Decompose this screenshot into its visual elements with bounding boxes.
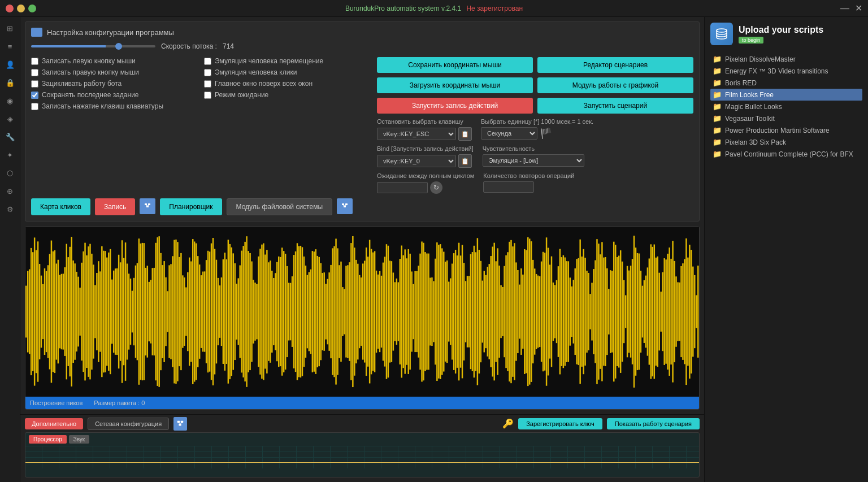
filesystem-button[interactable]: Модуль файловой системы <box>227 198 333 215</box>
cb-right-4[interactable]: Режим ожидание <box>204 91 366 99</box>
repeat-label: Количество повторов операций <box>483 172 574 179</box>
scenario-button[interactable]: Запустить сценарий <box>537 98 693 114</box>
editor-button[interactable]: Редактор сценариев <box>537 57 693 73</box>
folder-item-1[interactable]: 📁Energy FX ™ 3D Video transitions <box>710 65 862 77</box>
folder-item-8[interactable]: 📁Pavel Continuum Complete (PCC) for BFX <box>710 148 862 160</box>
network-config-button[interactable]: Сетевая конфигурация <box>88 418 169 430</box>
save-coords-button[interactable]: Сохранить координаты мыши <box>377 57 533 73</box>
network-icon-bottom <box>173 417 187 431</box>
btn-row-2: Загрузить координаты мыши Модуль работы … <box>377 77 693 93</box>
folder-icon-6: 📁 <box>713 126 722 134</box>
record-short-button[interactable]: Запись <box>95 198 135 215</box>
cb-right-1[interactable]: Эмуляция человека перемещение <box>204 57 366 65</box>
folder-item-4[interactable]: 📁Magic Bullet Looks <box>710 101 862 112</box>
folder-icon-2: 📁 <box>713 79 722 87</box>
minimize-dot[interactable] <box>17 5 25 12</box>
checkboxes-left: Записать левую кнопку мыши Записать прав… <box>31 57 193 194</box>
folder-item-7[interactable]: 📁Pixelan 3D Six Pack <box>710 136 862 148</box>
folder-item-0[interactable]: 📁Pixelan DissolveMaster <box>710 53 862 65</box>
record-button[interactable]: Запустить запись действий <box>377 98 533 114</box>
sidebar-icon-5[interactable]: ◉ <box>2 93 18 108</box>
cb-left-1[interactable]: Записать левую кнопку мыши <box>31 57 193 65</box>
monitor-panel: Процессор Звук <box>25 432 700 477</box>
sidebar-icon-4[interactable]: 🔒 <box>2 75 18 90</box>
load-coords-button[interactable]: Загрузить координаты мыши <box>377 77 533 93</box>
right-panel: Upload your scripts to begin 📁Pixelan Di… <box>704 17 868 482</box>
svg-line-9 <box>345 205 346 206</box>
sensitivity-group: Чувствительность Эмуляция - [Low] <box>483 145 584 168</box>
cb-left-2[interactable]: Записать правую кнопку мыши <box>31 68 193 76</box>
cb-right-3[interactable]: Главное окно поверх всех окон <box>204 80 366 88</box>
maximize-dot[interactable] <box>28 5 36 12</box>
extra-button[interactable]: Дополнительно <box>25 418 83 429</box>
repeat-input[interactable] <box>483 181 534 193</box>
sidebar-icon-8[interactable]: ✦ <box>2 147 18 163</box>
wait-refresh-btn[interactable]: ↻ <box>430 181 442 194</box>
network-icon-1 <box>140 198 155 214</box>
wait-group: Ожидание между полным циклом ↻ <box>377 172 474 194</box>
sidebar-icon-6[interactable]: ◈ <box>2 111 18 127</box>
folder-icon-7: 📁 <box>713 138 722 146</box>
waveform <box>25 227 699 397</box>
upload-title: Upload your scripts <box>739 24 862 35</box>
folder-item-3[interactable]: 📁Film Looks Free <box>710 89 862 101</box>
sidebar-icon-9[interactable]: ⬡ <box>2 165 18 181</box>
titlebar: BurundukPro automatic system v.2.4.1 Не … <box>0 0 868 17</box>
folder-icon-3: 📁 <box>713 90 722 99</box>
cb-left-2-input[interactable] <box>31 69 38 76</box>
cb-right-3-input[interactable] <box>204 80 211 88</box>
svg-rect-7 <box>344 206 346 207</box>
speed-slider[interactable] <box>31 45 155 47</box>
sidebar-icon-11[interactable]: ⚙ <box>2 201 18 217</box>
tab-cpu[interactable]: Процессор <box>29 435 67 444</box>
sidebar-icon-1[interactable]: ⊞ <box>2 20 18 36</box>
planner-button[interactable]: Планировщик <box>160 198 222 215</box>
svg-rect-2 <box>146 206 149 207</box>
folder-item-2[interactable]: 📁Boris RED <box>710 77 862 89</box>
sidebar-icon-2[interactable]: ≡ <box>2 38 18 54</box>
close-dot[interactable] <box>6 5 14 12</box>
cb-left-1-input[interactable] <box>31 58 38 65</box>
speed-label: Скорость потока : <box>161 42 217 50</box>
config-title: Настройка конфигурации программы <box>31 28 693 37</box>
cb-left-5-input[interactable] <box>31 103 38 110</box>
cb-left-3[interactable]: Зацикливать работу бота <box>31 80 193 88</box>
folder-item-5[interactable]: 📁Vegasaur Toolkit <box>710 112 862 124</box>
cb-right-1-input[interactable] <box>204 58 211 65</box>
svg-rect-6 <box>345 203 348 205</box>
cb-left-4-input[interactable] <box>31 92 38 99</box>
svg-point-15 <box>717 29 727 32</box>
minimize-button[interactable]: — <box>840 3 849 14</box>
folder-icon-8: 📁 <box>713 150 722 158</box>
register-button[interactable]: Зарегистрировать ключ <box>518 418 602 429</box>
bind-key-copy-btn[interactable]: 📋 <box>458 154 472 168</box>
btn-row-3: Запустить запись действий Запустить сцен… <box>377 98 693 114</box>
right-controls: Сохранить координаты мыши Редактор сцена… <box>377 57 693 194</box>
cb-right-4-input[interactable] <box>204 92 211 99</box>
sensitivity-select[interactable]: Эмуляция - [Low] <box>483 154 584 167</box>
sidebar-icon-7[interactable]: 🔧 <box>2 129 18 145</box>
svg-line-3 <box>146 205 147 206</box>
show-scenario-button[interactable]: Показать работу сценария <box>607 418 700 429</box>
cb-right-2[interactable]: Эмуляция человека клики <box>204 68 366 76</box>
sidebar-icon-10[interactable]: ⊕ <box>2 183 18 199</box>
stop-key-group: Остановить выбрать клавишу vKey::KEY_ESC… <box>377 118 472 141</box>
sidebar-icon-3[interactable]: 👤 <box>2 57 18 72</box>
folder-item-6[interactable]: 📁Power Production Martini Software <box>710 124 862 136</box>
unit-select[interactable]: Секунда <box>481 127 537 140</box>
wait-input[interactable] <box>377 182 428 193</box>
map-button[interactable]: Карта кликов <box>31 198 90 215</box>
cb-right-2-input[interactable] <box>204 69 211 76</box>
stop-key-select[interactable]: vKey::KEY_ESC <box>377 128 456 140</box>
sidebar: ⊞ ≡ 👤 🔒 ◉ ◈ 🔧 ✦ ⬡ ⊕ ⚙ <box>0 17 20 482</box>
cb-left-4[interactable]: Сохранять последнее задание <box>31 91 193 99</box>
stop-key-copy-btn[interactable]: 📋 <box>458 127 472 141</box>
btn-row-1: Сохранить координаты мыши Редактор сцена… <box>377 57 693 73</box>
bind-key-select[interactable]: vKey::KEY_0 <box>377 155 456 167</box>
folder-icon-5: 📁 <box>713 114 722 123</box>
module-button[interactable]: Модуль работы с графикой <box>537 77 693 93</box>
cb-left-5[interactable]: Записать нажатие клавиш клавиатуры <box>31 102 193 110</box>
cb-left-3-input[interactable] <box>31 80 38 88</box>
close-button[interactable]: ✕ <box>855 3 862 14</box>
tab-sound[interactable]: Звук <box>69 435 90 444</box>
